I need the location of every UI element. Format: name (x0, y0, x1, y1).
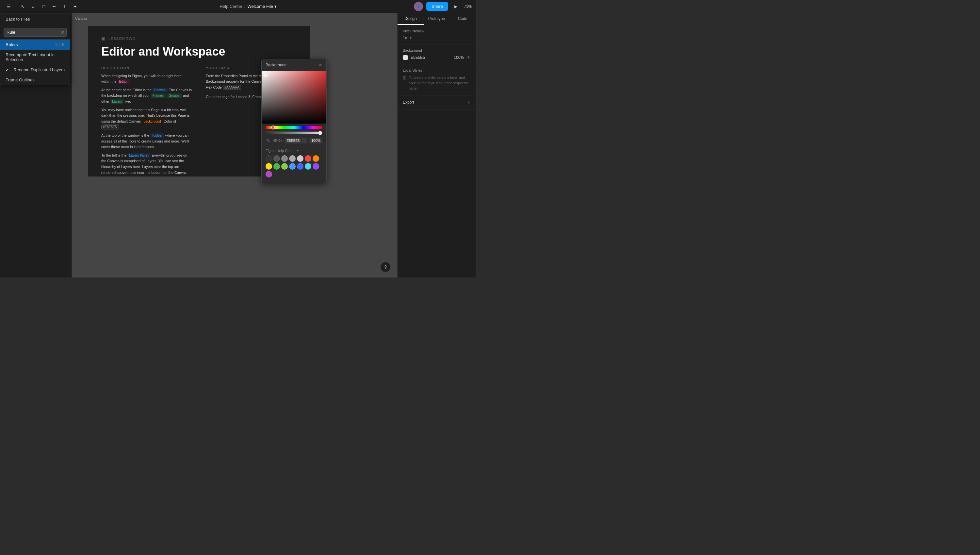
zoom-level[interactable]: 71% (464, 4, 472, 9)
export-add-button[interactable]: + (467, 99, 470, 105)
eye-icon[interactable]: 👁 (467, 55, 470, 60)
pixel-value: 1x (403, 35, 407, 40)
topbar-center: Help Center / Welcome File ▾ (86, 4, 410, 9)
frame-tool-button[interactable]: # (29, 2, 38, 11)
desc-text-5: To the left is the Layers Panel. Everyth… (101, 152, 193, 175)
palette-swatch-0[interactable] (265, 155, 272, 162)
shape-icon: □ (42, 4, 45, 9)
shape-tool-button[interactable]: □ (39, 2, 48, 11)
text-tool-button[interactable]: T (60, 2, 69, 11)
topbar-right: 👤 Share ▶ 71% (410, 2, 476, 11)
avatar-initials: 👤 (417, 5, 420, 8)
back-to-files-button[interactable]: Back to Files (0, 13, 70, 25)
dropdown-item-rename[interactable]: ✓ Rename Duplicated Layers (0, 65, 70, 75)
dropdown-item-recompute-label: Recompute Text Layout in Selection (6, 52, 65, 62)
background-title: Background (403, 48, 470, 52)
eyedropper-icon: ✎ (266, 138, 270, 143)
palette-swatch-5[interactable] (305, 155, 311, 162)
export-section: Export + (398, 95, 476, 109)
palette-swatch-12[interactable] (305, 163, 311, 170)
local-styles-desc: To create a style, select a layer and cl… (409, 75, 470, 91)
play-button[interactable]: ▶ (451, 2, 460, 11)
dropdown-item-recompute[interactable]: Recompute Text Layout in Selection (0, 50, 70, 65)
search-clear-button[interactable]: ✕ (61, 30, 65, 35)
background-hex-value: E5E5E5 (411, 55, 451, 60)
palette-swatch-7[interactable] (265, 163, 272, 170)
tab-code[interactable]: Code (449, 13, 476, 25)
help-button[interactable]: ? (380, 262, 391, 272)
pen-tool-button[interactable]: ✒ (50, 2, 59, 11)
hex-chevron-icon: ▾ (281, 139, 283, 143)
rulers-shortcut: ⇧⇧ R (54, 42, 65, 47)
local-styles-title: Local Styles (403, 68, 470, 72)
file-name-button[interactable]: Welcome File ▾ (247, 4, 277, 9)
gradient-cursor (264, 74, 267, 77)
hex-input[interactable] (285, 138, 307, 143)
dropdown-item-rename-label: Rename Duplicated Layers (13, 67, 65, 72)
palette-label[interactable]: Figma Help Center ▾ (262, 147, 326, 154)
palette-chevron-icon: ▾ (297, 148, 299, 152)
move-tool-button[interactable]: ↖ (18, 2, 27, 11)
dropdown-item-rulers[interactable]: Rulers ⇧⇧ R (0, 40, 70, 50)
right-panel: Design Prototype Code Pixel Preview 1x ▾… (397, 13, 476, 278)
desc-text-1: When designing in Figma, you will do so … (101, 73, 193, 85)
local-styles-body: ⊞ To create a style, select a layer and … (403, 75, 470, 91)
help-icon: ? (384, 265, 387, 269)
dropdown-item-frame-outlines[interactable]: Frame Outlines (0, 75, 70, 85)
file-name-label: Welcome File (247, 4, 273, 9)
export-label: Export (403, 100, 414, 104)
palette-swatch-9[interactable] (281, 163, 288, 170)
share-button[interactable]: Share (426, 2, 448, 11)
pixel-chevron-icon: ▾ (410, 35, 412, 40)
desc-text-2: At the center of the Editor is the Canva… (101, 87, 193, 104)
tab-design[interactable]: Design (398, 13, 424, 25)
toolbar-tools: ↖ # □ ✒ T ✦ (16, 2, 82, 11)
dropdown-item-frame-outlines-label: Frame Outlines (6, 77, 35, 82)
hue-cursor (271, 125, 275, 130)
background-opacity: 100% (454, 55, 464, 60)
palette-swatch-1[interactable] (273, 155, 280, 162)
hex-label[interactable]: HEX ▾ (272, 139, 283, 143)
hamburger-menu-button[interactable]: ☰ (4, 2, 13, 11)
palette-swatch-13[interactable] (313, 163, 319, 170)
hue-bar[interactable] (265, 126, 323, 129)
palette-swatch-2[interactable] (281, 155, 288, 162)
opacity-slider-area (262, 132, 326, 136)
palette-swatch-11[interactable] (297, 163, 304, 170)
dropdown-item-rulers-label: Rulers (6, 42, 18, 47)
background-color-swatch[interactable] (403, 55, 408, 60)
desc-text-3: You may have noticed that this Page is a… (101, 107, 193, 130)
move-icon: ↖ (21, 4, 25, 9)
color-gradient[interactable] (262, 71, 326, 124)
picker-title: Background (265, 63, 286, 67)
opacity-bar[interactable] (265, 132, 323, 134)
palette-swatch-6[interactable] (313, 155, 319, 162)
palette-swatch-14[interactable] (265, 171, 272, 178)
palette-swatch-10[interactable] (289, 163, 296, 170)
palette-swatch-3[interactable] (289, 155, 296, 162)
background-row: E5E5E5 100% 👁 (403, 55, 470, 60)
search-input[interactable] (3, 28, 67, 37)
help-center-label: Help Center (219, 4, 242, 9)
eyedropper-button[interactable]: ✎ (265, 136, 270, 144)
palette-swatch-8[interactable] (273, 163, 280, 170)
picker-header: Background ✕ (262, 59, 326, 71)
avatar: 👤 (414, 2, 423, 11)
color-palette (262, 154, 326, 179)
dropdown-menu: Back to Files ✕ Rulers ⇧⇧ R Recompute Te… (0, 13, 70, 85)
play-icon: ▶ (454, 4, 457, 9)
opacity-input[interactable] (309, 138, 323, 143)
opacity-cursor (318, 131, 322, 135)
picker-close-button[interactable]: ✕ (318, 63, 323, 67)
description-col: DESCRIPTION When designing in Figma, you… (101, 66, 193, 176)
text-icon: T (63, 4, 66, 9)
lesson-label: ▣ LESSON TWO (101, 36, 297, 41)
palette-swatch-4[interactable] (297, 155, 304, 162)
search-area: ✕ (0, 25, 70, 40)
hamburger-icon: ☰ (6, 4, 11, 9)
chevron-down-icon: ▾ (274, 4, 277, 9)
topbar-left: ☰ ↖ # □ ✒ T ✦ (0, 2, 86, 11)
tab-prototype[interactable]: Prototype (424, 13, 450, 25)
comment-tool-button[interactable]: ✦ (70, 2, 80, 11)
pixel-preview-title: Pixel Preview (403, 29, 470, 33)
